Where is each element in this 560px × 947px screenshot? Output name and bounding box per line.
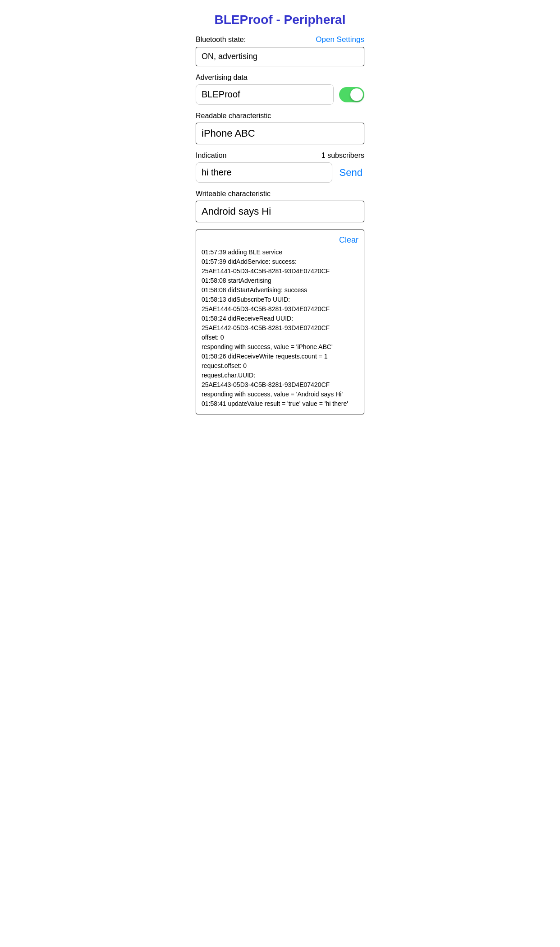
- readable-input[interactable]: [196, 123, 364, 144]
- writeable-label: Writeable characteristic: [196, 190, 271, 198]
- toggle-slider: [339, 87, 364, 102]
- indication-input[interactable]: [196, 162, 332, 183]
- indication-input-row: Send: [196, 162, 364, 183]
- indication-label: Indication: [196, 152, 227, 160]
- page-title: BLEProof - Peripheral: [196, 13, 364, 27]
- bluetooth-state-label: Bluetooth state:: [196, 36, 246, 44]
- log-text: 01:57:39 adding BLE service 01:57:39 did…: [202, 248, 358, 409]
- writeable-label-row: Writeable characteristic: [196, 190, 364, 198]
- writeable-input[interactable]: [196, 201, 364, 222]
- readable-label: Readable characteristic: [196, 112, 271, 120]
- advertising-label: Advertising data: [196, 74, 248, 82]
- clear-button[interactable]: Clear: [339, 235, 358, 245]
- bluetooth-state-input[interactable]: [196, 47, 364, 66]
- advertising-row: [196, 84, 364, 105]
- send-button[interactable]: Send: [338, 167, 364, 179]
- log-container: Clear 01:57:39 adding BLE service 01:57:…: [196, 230, 364, 414]
- advertising-input[interactable]: [196, 84, 334, 105]
- subscribers-label: 1 subscribers: [321, 152, 364, 160]
- open-settings-button[interactable]: Open Settings: [316, 35, 364, 44]
- bluetooth-state-row: Bluetooth state: Open Settings: [196, 35, 364, 44]
- indication-label-row: Indication 1 subscribers: [196, 152, 364, 160]
- readable-label-row: Readable characteristic: [196, 112, 364, 120]
- advertising-label-row: Advertising data: [196, 74, 364, 82]
- page-container: BLEProof - Peripheral Bluetooth state: O…: [187, 0, 373, 423]
- advertising-toggle[interactable]: [339, 87, 364, 102]
- log-header: Clear: [202, 235, 358, 245]
